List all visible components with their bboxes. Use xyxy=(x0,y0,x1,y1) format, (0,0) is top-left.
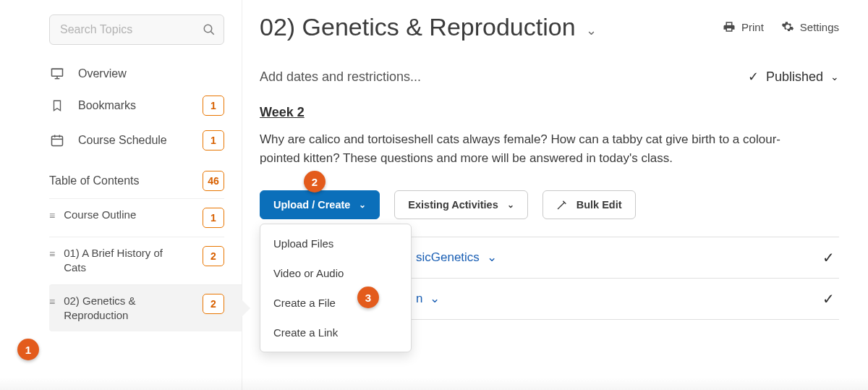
svg-point-0 xyxy=(204,25,212,33)
nav-overview[interactable]: Overview xyxy=(49,59,224,88)
dropdown-item-upload-files[interactable]: Upload Files xyxy=(260,229,411,258)
print-button[interactable]: Print xyxy=(723,20,764,33)
button-label: Bulk Edit xyxy=(576,199,622,211)
chevron-down-icon[interactable]: ⌄ xyxy=(430,291,440,306)
badge: 46 xyxy=(203,171,224,191)
page-title[interactable]: 02) Genetics & Reproduction ⌄ xyxy=(260,13,597,41)
nav-label: Bookmarks xyxy=(78,99,136,112)
nav-course-schedule[interactable]: Course Schedule 1 xyxy=(49,123,224,158)
toc-heading-label: Table of Contents xyxy=(49,174,140,187)
badge: 1 xyxy=(203,96,224,116)
toc-item-label: Course Outline xyxy=(64,208,136,222)
wand-icon xyxy=(556,199,568,211)
content-item-label: n xyxy=(416,292,422,306)
search-input[interactable] xyxy=(49,14,224,45)
annotation-step-3: 3 xyxy=(357,287,379,308)
check-icon: ✓ xyxy=(748,69,759,85)
svg-rect-6 xyxy=(52,136,63,145)
chevron-down-icon[interactable]: ⌄ xyxy=(586,17,597,38)
chevron-down-icon: ⌄ xyxy=(359,200,366,210)
nav-label: Overview xyxy=(78,67,127,80)
bookmark-icon xyxy=(49,98,65,113)
badge: 1 xyxy=(203,208,224,228)
calendar-icon xyxy=(49,133,65,148)
drag-handle-icon[interactable]: ≡ xyxy=(49,294,55,307)
svg-line-1 xyxy=(211,32,214,35)
published-toggle[interactable]: ✓ Published ⌄ xyxy=(748,69,839,85)
existing-activities-button[interactable]: Existing Activities ⌄ xyxy=(394,190,527,219)
button-label: Existing Activities xyxy=(408,199,498,211)
published-label: Published xyxy=(766,69,823,85)
chevron-down-icon: ⌄ xyxy=(830,71,839,82)
upload-create-button[interactable]: Upload / Create ⌄ xyxy=(260,190,380,219)
module-description: Why are calico and tortoiseshell cats al… xyxy=(260,130,809,169)
badge: 1 xyxy=(203,130,224,151)
content-item-label: sicGenetics xyxy=(416,250,480,265)
dropdown-item-video-audio[interactable]: Video or Audio xyxy=(260,258,411,288)
print-label: Print xyxy=(741,21,764,33)
search-wrap xyxy=(49,14,224,45)
chevron-down-icon: ⌄ xyxy=(507,200,514,210)
search-icon[interactable] xyxy=(203,23,216,36)
nav-label: Course Schedule xyxy=(78,134,167,147)
badge: 2 xyxy=(203,246,224,266)
toc-heading[interactable]: Table of Contents 46 xyxy=(49,158,224,198)
upload-create-dropdown: Upload Files Video or Audio Create a Fil… xyxy=(260,224,412,352)
add-dates-link[interactable]: Add dates and restrictions... xyxy=(260,69,421,85)
annotation-step-2: 2 xyxy=(304,171,326,192)
toc-item-label: 01) A Brief History of Cats xyxy=(64,246,179,276)
toc-item-label: 02) Genetics & Reproduction xyxy=(64,294,179,323)
drag-handle-icon[interactable]: ≡ xyxy=(49,208,55,221)
presentation-icon xyxy=(49,67,65,81)
week-heading: Week 2 xyxy=(260,105,839,120)
chevron-down-icon[interactable]: ⌄ xyxy=(487,250,497,265)
toc-item-course-outline[interactable]: ≡ Course Outline 1 xyxy=(49,198,224,237)
annotation-step-1: 1 xyxy=(17,339,39,360)
settings-button[interactable]: Settings xyxy=(781,20,839,33)
gear-icon xyxy=(781,20,794,33)
print-icon xyxy=(723,20,736,33)
dropdown-item-create-file[interactable]: Create a File xyxy=(260,288,411,318)
button-label: Upload / Create xyxy=(273,199,350,211)
svg-rect-2 xyxy=(52,69,63,76)
check-icon: ✓ xyxy=(822,249,835,266)
sidebar: Overview Bookmarks 1 Course Schedule 1 T xyxy=(0,0,242,390)
dropdown-item-create-link[interactable]: Create a Link xyxy=(260,318,411,347)
settings-label: Settings xyxy=(800,21,839,33)
page-title-text: 02) Genetics & Reproduction xyxy=(260,13,576,41)
nav-bookmarks[interactable]: Bookmarks 1 xyxy=(49,88,224,123)
drag-handle-icon[interactable]: ≡ xyxy=(49,246,55,259)
badge: 2 xyxy=(203,294,224,314)
main-content: 02) Genetics & Reproduction ⌄ Print Sett… xyxy=(242,0,868,390)
toc-item-genetics[interactable]: ≡ 02) Genetics & Reproduction 2 xyxy=(49,284,242,332)
toc-item-history-cats[interactable]: ≡ 01) A Brief History of Cats 2 xyxy=(49,237,224,284)
bulk-edit-button[interactable]: Bulk Edit xyxy=(542,190,636,219)
action-button-row: Upload / Create ⌄ Existing Activities ⌄ … xyxy=(260,190,839,219)
check-icon: ✓ xyxy=(822,290,835,308)
